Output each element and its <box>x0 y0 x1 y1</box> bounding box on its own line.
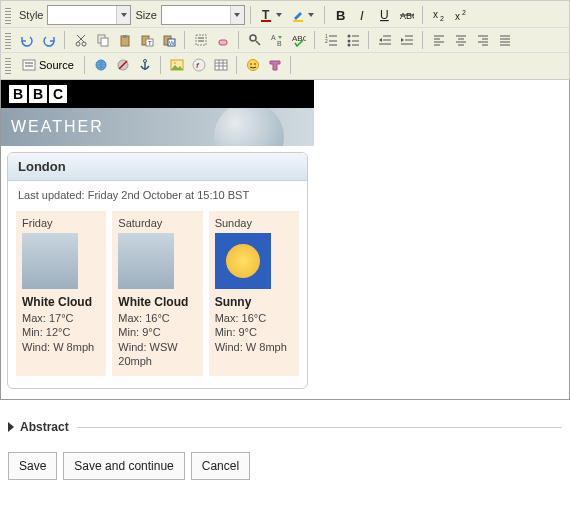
svg-text:I: I <box>360 8 364 22</box>
forecast-day: Sunday Sunny Max: 16°C Min: 9°C Wind: W … <box>209 211 299 376</box>
size-dropdown-icon[interactable] <box>230 6 244 24</box>
strikethrough-button[interactable]: ABC <box>397 5 417 25</box>
day-name: Friday <box>22 217 100 229</box>
undo-button[interactable] <box>17 30 37 50</box>
indent-button[interactable] <box>397 30 417 50</box>
redo-button[interactable] <box>39 30 59 50</box>
cloud-icon <box>22 233 78 289</box>
day-name: Saturday <box>118 217 196 229</box>
svg-point-13 <box>82 42 86 46</box>
superscript-button[interactable]: x2 <box>451 5 471 25</box>
source-button[interactable]: Source <box>17 55 79 75</box>
anchor-button[interactable] <box>135 55 155 75</box>
svg-rect-24 <box>196 35 206 45</box>
flash-button[interactable]: f <box>189 55 209 75</box>
remove-format-button[interactable] <box>213 30 233 50</box>
svg-point-38 <box>348 35 351 38</box>
numbered-list-button[interactable]: 12 <box>321 30 341 50</box>
align-left-button[interactable] <box>429 30 449 50</box>
special-char-button[interactable] <box>265 55 285 75</box>
paste-text-button[interactable]: T <box>137 30 157 50</box>
city-panel: London Last updated: Friday 2nd October … <box>7 152 308 389</box>
svg-text:2: 2 <box>440 15 444 22</box>
size-select[interactable] <box>161 5 245 25</box>
svg-point-85 <box>254 63 256 65</box>
text-color-button[interactable]: T <box>257 5 287 25</box>
condition: Sunny <box>215 295 293 309</box>
svg-line-29 <box>256 41 260 45</box>
align-justify-button[interactable] <box>495 30 515 50</box>
style-dropdown-icon[interactable] <box>116 6 130 24</box>
svg-point-75 <box>174 62 177 65</box>
svg-point-83 <box>247 60 258 71</box>
max-temp: Max: 16°C <box>118 311 196 325</box>
toolbar-grip <box>5 6 11 24</box>
condition: White Cloud <box>118 295 196 309</box>
svg-rect-1 <box>261 20 271 22</box>
svg-text:B: B <box>277 40 282 47</box>
svg-rect-15 <box>101 38 108 46</box>
save-button[interactable]: Save <box>8 452 57 480</box>
bullet-list-button[interactable] <box>343 30 363 50</box>
wind: Wind: WSW 20mph <box>118 340 196 369</box>
save-and-continue-button[interactable]: Save and continue <box>63 452 184 480</box>
select-all-button[interactable] <box>191 30 211 50</box>
city-name: London <box>8 153 307 181</box>
svg-rect-78 <box>215 60 227 70</box>
svg-rect-27 <box>219 40 227 45</box>
svg-text:2: 2 <box>325 38 328 44</box>
form-buttons: Save Save and continue Cancel <box>8 452 562 480</box>
day-name: Sunday <box>215 217 293 229</box>
svg-text:ABC: ABC <box>292 34 306 43</box>
style-input[interactable] <box>48 6 116 24</box>
subscript-button[interactable]: x2 <box>429 5 449 25</box>
source-label: Source <box>39 59 74 71</box>
bbc-header: B B C <box>1 80 314 108</box>
replace-button[interactable]: AB <box>267 30 287 50</box>
forecast-day: Friday White Cloud Max: 17°C Min: 12°C W… <box>16 211 106 376</box>
paste-button[interactable] <box>115 30 135 50</box>
unlink-button[interactable] <box>113 55 133 75</box>
highlight-color-button[interactable] <box>289 5 319 25</box>
cut-button[interactable] <box>71 30 91 50</box>
wind: Wind: W 8mph <box>215 340 293 354</box>
svg-text:U: U <box>380 8 389 22</box>
image-button[interactable] <box>167 55 187 75</box>
svg-point-12 <box>76 42 80 46</box>
bold-button[interactable]: B <box>331 5 351 25</box>
outdent-button[interactable] <box>375 30 395 50</box>
italic-button[interactable]: I <box>353 5 373 25</box>
smiley-button[interactable] <box>243 55 263 75</box>
toolbar-grip <box>5 31 11 49</box>
style-select[interactable] <box>47 5 131 25</box>
svg-text:ABC: ABC <box>400 11 414 21</box>
align-right-button[interactable] <box>473 30 493 50</box>
svg-text:x: x <box>433 9 438 20</box>
svg-rect-66 <box>23 60 35 70</box>
svg-text:x: x <box>455 11 460 22</box>
cancel-button[interactable]: Cancel <box>191 452 250 480</box>
min-temp: Min: 12°C <box>22 325 100 339</box>
underline-button[interactable]: U <box>375 5 395 25</box>
svg-point-76 <box>193 59 205 71</box>
abstract-section-header[interactable]: Abstract <box>8 420 562 434</box>
editor-content-area[interactable]: B B C WEATHER London Last updated: Frida… <box>0 80 570 400</box>
last-updated: Last updated: Friday 2nd October at 15:1… <box>8 181 307 211</box>
svg-point-39 <box>348 40 351 43</box>
forecast-day: Saturday White Cloud Max: 16°C Min: 9°C … <box>112 211 202 376</box>
svg-text:T: T <box>262 8 270 22</box>
paste-word-button[interactable]: W <box>159 30 179 50</box>
globe-icon <box>214 108 284 146</box>
table-button[interactable] <box>211 55 231 75</box>
align-center-button[interactable] <box>451 30 471 50</box>
size-input[interactable] <box>162 6 230 24</box>
cloud-icon <box>118 233 174 289</box>
max-temp: Max: 17°C <box>22 311 100 325</box>
copy-button[interactable] <box>93 30 113 50</box>
find-button[interactable] <box>245 30 265 50</box>
forecast-row: Friday White Cloud Max: 17°C Min: 12°C W… <box>8 211 307 388</box>
link-button[interactable] <box>91 55 111 75</box>
sun-icon <box>215 233 271 289</box>
svg-rect-17 <box>123 35 127 38</box>
spellcheck-button[interactable]: ABC <box>289 30 309 50</box>
